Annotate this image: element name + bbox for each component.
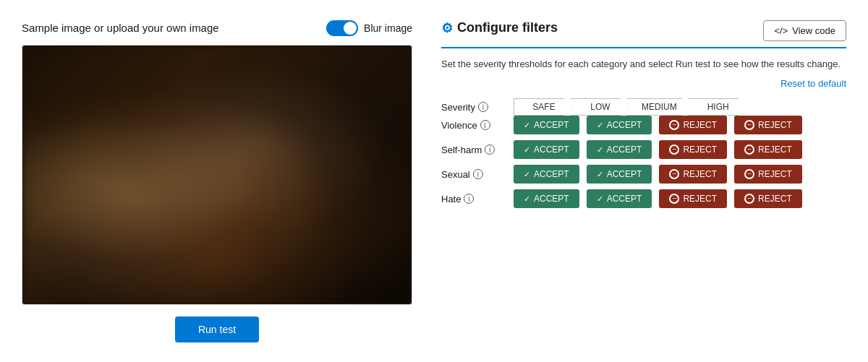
minus-icon: − xyxy=(669,145,679,155)
check-icon: ✓ xyxy=(597,145,603,155)
filter-label-text: Sexual xyxy=(441,169,470,180)
violence-reject-button-2[interactable]: −REJECT xyxy=(659,116,727,134)
right-panel: ⚙ Configure filters </> View code Set th… xyxy=(441,20,846,342)
sexual-accept-button-0[interactable]: ✓ACCEPT xyxy=(514,165,579,184)
check-icon: ✓ xyxy=(597,170,603,179)
reject-label: REJECT xyxy=(758,120,792,130)
filter-label-text: Self-harm xyxy=(441,145,482,155)
violence-accept-button-0[interactable]: ✓ACCEPT xyxy=(514,116,579,134)
filter-row-hate: Hate i✓ACCEPT✓ACCEPT−REJECT−REJECT xyxy=(441,189,846,208)
blurred-image xyxy=(22,46,412,304)
configure-title-text: Configure filters xyxy=(457,20,558,35)
hate-info-icon[interactable]: i xyxy=(464,194,474,204)
blur-label: Blur image xyxy=(364,22,412,34)
toggle-knob xyxy=(344,22,357,35)
hate-reject-button-2[interactable]: −REJECT xyxy=(659,189,727,208)
reject-label: REJECT xyxy=(758,169,792,179)
accept-label: ACCEPT xyxy=(607,145,642,155)
self-harm-info-icon[interactable]: i xyxy=(485,145,495,155)
accept-label: ACCEPT xyxy=(534,169,569,179)
code-icon: </> xyxy=(774,25,788,36)
filter-row-violence: Violence i✓ACCEPT✓ACCEPT−REJECT−REJECT xyxy=(441,116,846,134)
accept-label: ACCEPT xyxy=(607,194,642,204)
reject-label: REJECT xyxy=(683,145,717,155)
violence-accept-button-1[interactable]: ✓ACCEPT xyxy=(587,116,652,134)
accept-label: ACCEPT xyxy=(534,194,569,204)
sexual-info-icon[interactable]: i xyxy=(473,169,483,179)
blur-controls: Blur image xyxy=(326,20,412,36)
filter-label-sexual: Sexual i xyxy=(441,169,506,180)
severity-text: Severity xyxy=(441,102,475,113)
self-harm-reject-button-2[interactable]: −REJECT xyxy=(659,140,727,159)
severity-chip-high: HIGH xyxy=(688,98,746,116)
reject-label: REJECT xyxy=(683,120,717,130)
severity-chips: SAFE LOW MEDIUM HIGH xyxy=(514,98,746,116)
self-harm-accept-button-0[interactable]: ✓ACCEPT xyxy=(514,140,579,159)
severity-label: Severity i xyxy=(441,102,506,113)
filter-icon: ⚙ xyxy=(441,20,453,36)
check-icon: ✓ xyxy=(524,145,530,155)
blur-toggle[interactable] xyxy=(326,20,358,36)
description-text: Set the severity thresholds for each cat… xyxy=(441,57,846,72)
severity-chip-safe: SAFE xyxy=(514,98,571,116)
main-container: Sample image or upload your own image Bl… xyxy=(22,6,846,357)
filters-grid: Violence i✓ACCEPT✓ACCEPT−REJECT−REJECTSe… xyxy=(441,116,846,208)
filter-label-self-harm: Self-harm i xyxy=(441,145,506,155)
minus-icon: − xyxy=(744,145,754,155)
check-icon: ✓ xyxy=(524,194,530,204)
violence-reject-button-3[interactable]: −REJECT xyxy=(734,116,802,134)
right-header: ⚙ Configure filters </> View code xyxy=(441,20,846,48)
minus-icon: − xyxy=(669,169,679,179)
sexual-accept-button-1[interactable]: ✓ACCEPT xyxy=(587,165,652,184)
run-test-button[interactable]: Run test xyxy=(175,316,259,342)
severity-chip-low: LOW xyxy=(570,98,628,116)
check-icon: ✓ xyxy=(524,170,530,179)
sexual-reject-button-2[interactable]: −REJECT xyxy=(659,165,727,184)
severity-chip-medium: MEDIUM xyxy=(626,98,689,116)
view-code-label: View code xyxy=(792,25,835,36)
filter-label-hate: Hate i xyxy=(441,194,506,204)
reset-to-default-link[interactable]: Reset to default xyxy=(780,78,846,89)
run-test-area: Run test xyxy=(22,316,412,342)
filter-label-violence: Violence i xyxy=(441,120,506,131)
accept-label: ACCEPT xyxy=(607,120,642,130)
minus-icon: − xyxy=(669,120,679,130)
filter-row-sexual: Sexual i✓ACCEPT✓ACCEPT−REJECT−REJECT xyxy=(441,165,846,184)
check-icon: ✓ xyxy=(597,194,603,204)
minus-icon: − xyxy=(744,169,754,179)
minus-icon: − xyxy=(744,194,754,204)
check-icon: ✓ xyxy=(524,121,530,130)
reject-label: REJECT xyxy=(758,145,792,155)
sample-image-box xyxy=(22,45,412,305)
accept-label: ACCEPT xyxy=(534,145,569,155)
hate-accept-button-1[interactable]: ✓ACCEPT xyxy=(587,189,652,208)
check-icon: ✓ xyxy=(597,121,603,130)
minus-icon: − xyxy=(669,194,679,204)
left-panel: Sample image or upload your own image Bl… xyxy=(22,20,412,342)
accept-label: ACCEPT xyxy=(534,120,569,130)
filter-row-self-harm: Self-harm i✓ACCEPT✓ACCEPT−REJECT−REJECT xyxy=(441,140,846,159)
view-code-button[interactable]: </> View code xyxy=(763,20,846,41)
minus-icon: − xyxy=(744,120,754,130)
configure-title: ⚙ Configure filters xyxy=(441,20,558,36)
hate-accept-button-0[interactable]: ✓ACCEPT xyxy=(514,189,579,208)
self-harm-reject-button-3[interactable]: −REJECT xyxy=(734,140,802,159)
violence-info-icon[interactable]: i xyxy=(480,120,490,130)
left-title: Sample image or upload your own image xyxy=(22,22,219,34)
filter-label-text: Hate xyxy=(441,194,461,204)
sexual-reject-button-3[interactable]: −REJECT xyxy=(734,165,802,184)
reject-label: REJECT xyxy=(683,169,717,179)
reject-label: REJECT xyxy=(758,194,792,204)
hate-reject-button-3[interactable]: −REJECT xyxy=(734,189,802,208)
accept-label: ACCEPT xyxy=(607,169,642,179)
severity-row: Severity i SAFE LOW MEDIUM HIGH xyxy=(441,98,846,116)
reject-label: REJECT xyxy=(683,194,717,204)
severity-info-icon[interactable]: i xyxy=(478,102,488,112)
self-harm-accept-button-1[interactable]: ✓ACCEPT xyxy=(587,140,652,159)
reset-link-container: Reset to default xyxy=(441,77,846,90)
filter-label-text: Violence xyxy=(441,120,477,131)
left-header: Sample image or upload your own image Bl… xyxy=(22,20,412,36)
